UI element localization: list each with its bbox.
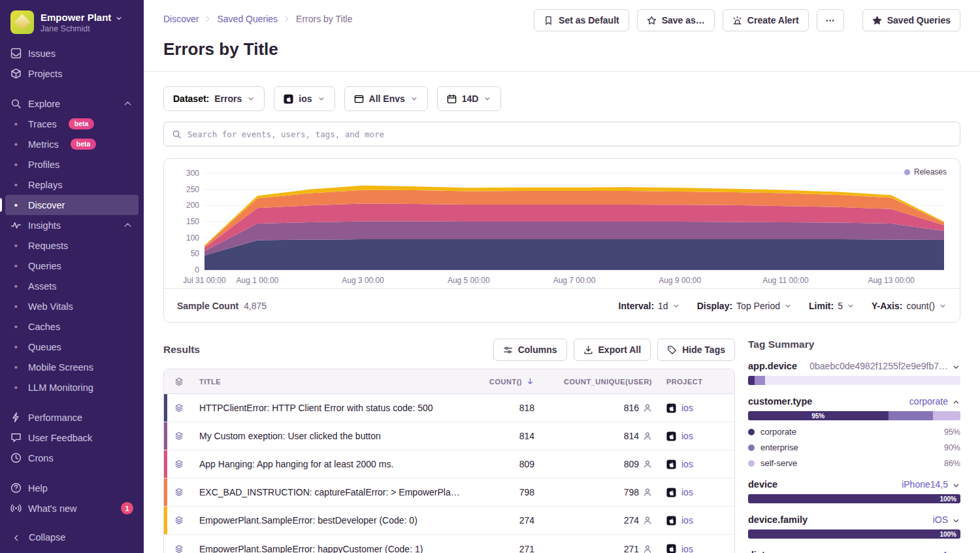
chart-control-y-axis[interactable]: Y-Axis:count()	[872, 301, 947, 311]
calendar-icon	[447, 94, 457, 104]
project-link[interactable]: ios	[681, 544, 693, 553]
column-header-title[interactable]: TITLE	[194, 378, 468, 386]
error-title-link[interactable]: EmpowerPlant.SampleError: happyCustomer …	[194, 544, 468, 553]
tag-bar-segment	[933, 411, 960, 420]
tag-summary-panel: Tag Summary app.device0baebc0de4982f1255…	[748, 339, 960, 553]
nav-label: What's new	[28, 503, 77, 514]
breadcrumb-item-discover[interactable]: Discover	[163, 14, 199, 24]
sidebar-item-mobile-screens[interactable]: •Mobile Screens	[5, 357, 139, 377]
project-link[interactable]: ios	[681, 459, 693, 469]
sidebar-section-explore[interactable]: Explore	[5, 93, 139, 114]
sidebar-item-llm-monitoring[interactable]: •LLM Monitoring	[5, 377, 139, 397]
tag-legend-row[interactable]: self-serve86%	[748, 458, 960, 468]
tag-bar-segment: 95%	[748, 411, 889, 420]
chart-controls: Interval:1dDisplay:Top PeriodLimit:5Y-Ax…	[619, 301, 947, 311]
filter-all-envs[interactable]: All Envs	[344, 86, 428, 111]
chart-control-display[interactable]: Display:Top Period	[697, 301, 792, 311]
sidebar-item-assets[interactable]: •Assets	[5, 276, 139, 296]
discover-chart-svg[interactable]: 050100150200250300Jul 31 00:00Aug 1 00:0…	[173, 164, 951, 288]
nav-gap	[0, 397, 144, 407]
tag-header-device-family[interactable]: device.familyiOS	[748, 514, 960, 525]
sidebar-item-web-vitals[interactable]: •Web Vitals	[5, 296, 139, 316]
project-link[interactable]: ios	[681, 487, 693, 497]
collapse-button[interactable]: Collapse	[0, 526, 144, 546]
sidebar-item-help[interactable]: Help	[5, 478, 139, 498]
error-title-link[interactable]: EXC_BAD_INSTRUCTION: captureFatalError: …	[194, 487, 468, 497]
error-title-link[interactable]: EmpowerPlant.SampleError: bestDeveloper …	[194, 515, 468, 526]
bullet-icon: •	[10, 240, 22, 251]
columns-button[interactable]: Columns	[493, 339, 567, 361]
svg-text:Aug 7 00:00: Aug 7 00:00	[553, 276, 596, 285]
export-all-button[interactable]: Export All	[574, 339, 651, 361]
stack-icon	[174, 545, 184, 553]
svg-text:50: 50	[191, 249, 200, 258]
error-title-link[interactable]: HTTPClientError: HTTP Client Error with …	[194, 403, 468, 413]
sidebar-section-insights[interactable]: Insights	[5, 215, 139, 235]
sidebar-item-performance[interactable]: Performance	[5, 407, 139, 427]
tag-section-device: deviceiPhone14,5100%	[748, 479, 960, 503]
org-switcher[interactable]: Empower Plant Jane Schmidt	[0, 9, 144, 43]
sidebar-item-issues[interactable]: Issues	[5, 43, 139, 63]
sidebar: Empower Plant Jane Schmidt IssuesProject…	[0, 0, 144, 553]
more-options-button[interactable]	[817, 9, 844, 31]
nav-label: LLM Monitoring	[28, 382, 93, 393]
filter-ios[interactable]: ios	[274, 86, 335, 111]
notification-badge: 1	[121, 502, 133, 514]
sort-desc-icon	[526, 377, 534, 386]
tag-icon	[667, 345, 677, 355]
tag-distribution-bar[interactable]: 100%	[748, 494, 960, 503]
sidebar-item-replays[interactable]: •Replays	[5, 175, 139, 195]
filter-dataset[interactable]: Dataset:Errors	[163, 86, 265, 111]
column-header-count[interactable]: COUNT()	[468, 377, 540, 386]
chart-control-interval[interactable]: Interval:1d	[619, 301, 680, 311]
chart-area: Releases 050100150200250300Jul 31 00:00A…	[164, 159, 960, 288]
tag-header-app-device[interactable]: app.device0baebc0de4982f1255f2e9e9fb7…	[748, 361, 960, 371]
star-icon	[647, 16, 657, 25]
chevron-right-icon	[283, 15, 291, 23]
project-link[interactable]: ios	[681, 431, 693, 441]
sidebar-item-profiles[interactable]: •Profiles	[5, 154, 139, 175]
column-header-count-unique[interactable]: COUNT_UNIQUE(USER)	[540, 378, 657, 386]
column-header-project[interactable]: PROJECT	[657, 378, 734, 386]
sidebar-item-caches[interactable]: •Caches	[5, 316, 139, 337]
user-icon	[643, 403, 652, 412]
chart-control-limit[interactable]: Limit:5	[809, 301, 855, 311]
tag-distribution-bar[interactable]: 100%	[748, 529, 960, 539]
tag-legend-row[interactable]: corporate95%	[748, 427, 960, 437]
stack-icon	[174, 377, 184, 386]
hide-tags-button[interactable]: Hide Tags	[657, 339, 735, 361]
tag-header-customer-type[interactable]: customer.typecorporate	[748, 396, 960, 407]
chart-legend-releases[interactable]: Releases	[904, 167, 947, 176]
tag-distribution-bar[interactable]	[748, 376, 960, 385]
sidebar-item-discover[interactable]: •Discover	[5, 195, 139, 215]
project-link[interactable]: ios	[681, 403, 693, 413]
tag-header-device[interactable]: deviceiPhone14,5	[748, 479, 960, 490]
sidebar-item-requests[interactable]: •Requests	[5, 235, 139, 256]
project-link[interactable]: ios	[681, 515, 693, 526]
stacked-area-chart[interactable]: 050100150200250300Jul 31 00:00Aug 1 00:0…	[173, 164, 951, 288]
save-as-button[interactable]: Save as…	[637, 9, 715, 31]
tag-distribution-bar[interactable]: 95%	[748, 411, 960, 420]
saved-queries-button[interactable]: Saved Queries	[862, 9, 960, 31]
chevron-right-icon	[204, 15, 212, 23]
sidebar-item-queues[interactable]: •Queues	[5, 337, 139, 357]
tag-legend-row[interactable]: enterprise90%	[748, 443, 960, 452]
sidebar-item-crons[interactable]: Crons	[5, 448, 139, 468]
tag-top-value: iPhone14,5	[902, 479, 948, 490]
sidebar-item-what-s-new[interactable]: What's new1	[5, 498, 139, 518]
tag-header-dist[interactable]: dist1	[748, 550, 960, 553]
sidebar-item-traces[interactable]: •Tracesbeta	[5, 114, 139, 134]
nav-label: Mobile Screens	[28, 362, 93, 373]
filter-14d[interactable]: 14D	[437, 86, 502, 111]
button-label: Saved Queries	[887, 15, 951, 25]
breadcrumb-item-saved-queries[interactable]: Saved Queries	[217, 14, 278, 24]
set-as-default-button[interactable]: Set as Default	[534, 9, 629, 31]
create-alert-button[interactable]: Create Alert	[723, 9, 809, 31]
error-title-link[interactable]: App Hanging: App hanging for at least 20…	[194, 459, 468, 469]
search-input[interactable]: Search for events, users, tags, and more	[163, 122, 960, 146]
sidebar-item-projects[interactable]: Projects	[5, 63, 139, 84]
sidebar-item-metrics[interactable]: •Metricsbeta	[5, 134, 139, 154]
sidebar-item-queries[interactable]: •Queries	[5, 256, 139, 276]
error-title-link[interactable]: My Custom exeption: User clicked the but…	[194, 431, 468, 441]
sidebar-item-user-feedback[interactable]: User Feedback	[5, 427, 139, 448]
